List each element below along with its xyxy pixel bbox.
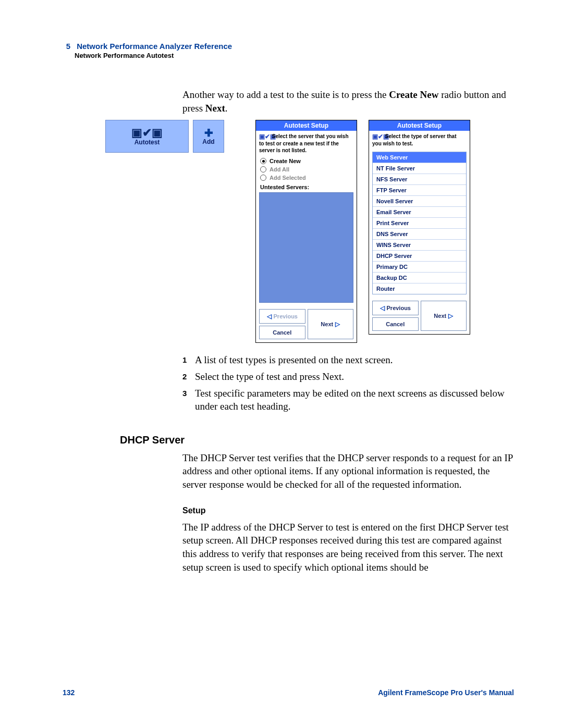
list-item[interactable]: NT File Server bbox=[373, 163, 466, 174]
untested-servers-label: Untested Servers: bbox=[256, 182, 357, 191]
arrow-right-icon: ▷ bbox=[448, 312, 453, 319]
page-header: 5 Network Performance Analyzer Reference… bbox=[63, 42, 514, 59]
arrow-left-icon: ◁ bbox=[267, 313, 272, 320]
intro-paragraph: Another way to add a test to the suite i… bbox=[182, 88, 514, 115]
list-item[interactable]: DHCP Server bbox=[373, 251, 466, 262]
numbered-steps: 1 A list of test types is presented on t… bbox=[182, 353, 514, 413]
autotest-setup-dialog-2: Autotest Setup ▣✔▣ Select the type of se… bbox=[369, 120, 470, 335]
cancel-button[interactable]: Cancel bbox=[372, 317, 419, 331]
cancel-button[interactable]: Cancel bbox=[259, 326, 305, 339]
autotest-mini-icon: ▣✔▣ bbox=[372, 133, 384, 141]
dialog-button-bar: ◁ Previous Next ▷ Cancel bbox=[256, 306, 357, 342]
chapter-number: 5 bbox=[63, 42, 70, 51]
previous-button[interactable]: ◁ Previous bbox=[372, 301, 419, 315]
server-type-list: Web Server NT File Server NFS Server FTP… bbox=[372, 152, 467, 294]
list-item[interactable]: Print Server bbox=[373, 218, 466, 229]
dialog-title: Autotest Setup bbox=[256, 120, 357, 131]
list-item[interactable]: FTP Server bbox=[373, 185, 466, 196]
list-item[interactable]: Email Server bbox=[373, 207, 466, 218]
untested-servers-listbox[interactable] bbox=[259, 192, 353, 303]
dialog-title: Autotest Setup bbox=[369, 120, 470, 131]
list-item[interactable]: Web Server bbox=[373, 152, 466, 163]
radio-create-new[interactable]: Create New bbox=[256, 157, 357, 165]
dhcp-server-paragraph: The DHCP Server test verifies that the D… bbox=[182, 451, 514, 491]
step-item: 1 A list of test types is presented on t… bbox=[182, 353, 514, 367]
list-item[interactable]: Backup DC bbox=[373, 273, 466, 283]
radio-add-all[interactable]: Add All bbox=[256, 165, 357, 174]
radio-icon bbox=[260, 166, 266, 172]
section-name: Network Performance Autotest bbox=[75, 52, 514, 59]
arrow-left-icon: ◁ bbox=[380, 304, 385, 312]
list-item[interactable]: NFS Server bbox=[373, 174, 466, 185]
previous-button[interactable]: ◁ Previous bbox=[259, 309, 305, 324]
step-item: 2 Select the type of test and press Next… bbox=[182, 370, 514, 384]
plus-icon: ✚ bbox=[204, 128, 213, 138]
dhcp-server-heading: DHCP Server bbox=[120, 434, 514, 446]
next-button[interactable]: Next ▷ bbox=[421, 301, 467, 331]
autotest-button[interactable]: ▣✔▣ Autotest bbox=[105, 120, 189, 153]
setup-paragraph: The IP address of the DHCP Server to tes… bbox=[182, 521, 514, 574]
chapter-title: Network Performance Analyzer Reference bbox=[77, 42, 232, 51]
manual-title: Agilent FrameScope Pro User's Manual bbox=[378, 688, 514, 697]
dialog-instruction: ▣✔▣ Select the type of server that you w… bbox=[369, 131, 470, 151]
list-item[interactable]: Primary DC bbox=[373, 262, 466, 273]
list-item[interactable]: WINS Server bbox=[373, 240, 466, 251]
radio-icon bbox=[260, 158, 266, 164]
add-label: Add bbox=[202, 138, 214, 145]
next-button[interactable]: Next ▷ bbox=[308, 309, 354, 339]
autotest-mini-icon: ▣✔▣ bbox=[259, 133, 271, 141]
dialog-instruction: ▣✔▣ Select the server that you wish to t… bbox=[256, 131, 357, 157]
setup-heading: Setup bbox=[182, 506, 514, 515]
list-item[interactable]: DNS Server bbox=[373, 229, 466, 240]
radio-add-selected[interactable]: Add Selected bbox=[256, 174, 357, 182]
autotest-label: Autotest bbox=[134, 139, 160, 146]
list-item[interactable]: Novell Server bbox=[373, 196, 466, 207]
autotest-setup-dialog-1: Autotest Setup ▣✔▣ Select the server tha… bbox=[255, 120, 357, 343]
step-item: 3 Test specific parameters may be edited… bbox=[182, 387, 514, 413]
add-button[interactable]: ✚ Add bbox=[193, 120, 224, 153]
dialog-button-bar: ◁ Previous Next ▷ Cancel bbox=[369, 298, 470, 334]
list-item[interactable]: Router bbox=[373, 283, 466, 294]
page: 5 Network Performance Analyzer Reference… bbox=[0, 0, 563, 728]
page-footer: 132 Agilent FrameScope Pro User's Manual bbox=[63, 688, 514, 697]
autotest-icon: ▣✔▣ bbox=[131, 127, 163, 139]
page-number: 132 bbox=[63, 688, 75, 697]
figure-row: ▣✔▣ Autotest ✚ Add Autotest Setup ▣✔▣ Se… bbox=[105, 120, 514, 343]
arrow-right-icon: ▷ bbox=[335, 320, 340, 328]
radio-icon bbox=[260, 175, 266, 181]
